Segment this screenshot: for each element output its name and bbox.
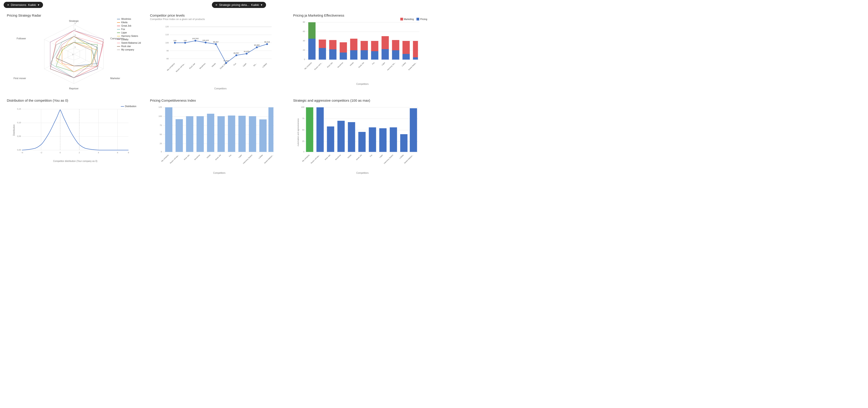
- svg-rect-199: [410, 108, 417, 152]
- legend-distribution: Distribution: [121, 105, 136, 108]
- svg-rect-157: [176, 119, 183, 152]
- legend-label-lippe: Lippe: [121, 31, 127, 34]
- legend-kikela: Kikela: [117, 21, 141, 24]
- radar-legend: Woolmiss Kikela Great Job Fox Lippe: [117, 18, 141, 51]
- radar-title: Pricing Strategy Radar: [7, 13, 141, 17]
- svg-text:100: 100: [158, 115, 162, 117]
- svg-text:My company: My company: [304, 62, 312, 70]
- svg-rect-192: [338, 121, 345, 152]
- svg-text:2: 2: [79, 151, 80, 154]
- distribution-panel: Distribution of the competition (You as …: [2, 95, 146, 180]
- legend-pricing-color: [416, 18, 419, 21]
- svg-rect-95: [350, 39, 358, 50]
- competitor-price-title: Competitor price levels: [150, 13, 284, 17]
- legend-label-harmony: Harmony Sisters: [121, 35, 138, 37]
- svg-text:25: 25: [159, 142, 162, 145]
- svg-text:Lullaby: Lullaby: [258, 154, 263, 159]
- legend-label-greatjob: Great Job: [121, 25, 131, 27]
- dimensions-dropdown: Kaikki: [28, 3, 36, 7]
- legend-color-lullaby: [117, 39, 120, 40]
- svg-text:Woolmiss: Woolmiss: [335, 154, 341, 161]
- svg-point-46: [184, 42, 186, 44]
- filter2-icon: ≡: [216, 3, 217, 7]
- svg-point-51: [236, 54, 237, 56]
- chevron-down-icon2: ▾: [261, 3, 262, 7]
- svg-rect-191: [327, 127, 334, 152]
- svg-text:Lippe: Lippe: [381, 62, 385, 66]
- svg-text:Woolmiss: Woolmiss: [194, 154, 200, 161]
- svg-text:Rock star: Rock star: [189, 63, 196, 69]
- svg-text:Woolmiss: Woolmiss: [199, 63, 206, 70]
- competitiveness-svg: 125 100 75 50 25 0: [150, 103, 284, 176]
- svg-text:Sweet Alabam...: Sweet Alabam...: [264, 154, 274, 164]
- svg-text:Fox: Fox: [228, 154, 232, 158]
- legend-marketing: Marketing: [400, 18, 414, 21]
- svg-point-48: [205, 42, 207, 43]
- svg-text:Follower: Follower: [17, 37, 26, 40]
- svg-line-12: [74, 39, 103, 54]
- competitor-price-svg: Index (100 our price level) 120 110 100 …: [150, 22, 284, 91]
- svg-rect-96: [361, 50, 368, 60]
- distribution-title: Distribution of the competition (You as …: [7, 99, 141, 102]
- svg-text:Competitors: Competitors: [356, 172, 369, 174]
- svg-rect-87: [308, 22, 316, 39]
- svg-text:110: 110: [165, 33, 168, 36]
- strategic-aggressive-chart-area: 100 75 50 25 0: [293, 103, 427, 176]
- svg-rect-156: [165, 107, 173, 152]
- legend-label-mycompany: My company: [121, 48, 134, 51]
- legend-lippe: Lippe: [117, 31, 141, 34]
- svg-rect-106: [413, 57, 418, 60]
- strategic-pricing-label: Strategic pricing deta...: [219, 3, 249, 7]
- svg-rect-194: [359, 132, 366, 152]
- svg-text:Sweet Alaba...: Sweet Alaba...: [408, 62, 417, 71]
- svg-text:4: 4: [98, 151, 99, 154]
- pricing-strategy-radar-panel: Pricing Strategy Radar Strategic Campaig…: [2, 10, 146, 95]
- svg-rect-91: [329, 40, 337, 49]
- svg-text:Competitors: Competitors: [214, 87, 227, 90]
- competitor-price-chart-area: Index (100 our price level) 120 110 100 …: [150, 22, 284, 91]
- svg-text:4: 4: [75, 28, 76, 31]
- svg-text:100: 100: [184, 40, 187, 42]
- svg-text:−4: −4: [21, 151, 23, 154]
- pricing-marketing-chart-area: Marketing Pricing 80 60 40 20 0: [293, 18, 427, 87]
- svg-rect-193: [348, 122, 355, 152]
- svg-text:50: 50: [302, 129, 304, 131]
- legend-color-sweet: [117, 43, 120, 43]
- legend-color-lippe: [117, 33, 120, 33]
- legend-color-fox: [117, 29, 120, 30]
- svg-text:Fox: Fox: [233, 63, 237, 66]
- svg-text:Rockn roll ban...: Rockn roll ban...: [310, 154, 320, 164]
- svg-text:0: 0: [161, 150, 162, 153]
- svg-text:Lullaby: Lullaby: [399, 154, 404, 159]
- svg-text:0,10: 0,10: [17, 122, 21, 124]
- legend-distribution-label: Distribution: [125, 105, 136, 108]
- svg-text:Competitors: Competitors: [356, 83, 369, 85]
- svg-text:Lippe: Lippe: [242, 63, 247, 67]
- svg-rect-158: [186, 116, 193, 152]
- svg-text:Fox: Fox: [369, 154, 373, 158]
- legend-sweet: Sweet Alabama Ltd: [117, 42, 141, 44]
- svg-rect-107: [413, 41, 418, 57]
- dimensions-filter-btn[interactable]: ≡ Dimensions Kaikki ▾: [4, 2, 43, 8]
- legend-label-woolmiss: Woolmiss: [121, 18, 131, 20]
- svg-text:My company: My company: [166, 63, 175, 71]
- svg-text:0: 0: [304, 58, 305, 61]
- svg-rect-195: [369, 127, 376, 152]
- svg-rect-163: [239, 116, 246, 152]
- strategic-pricing-filter-btn[interactable]: ≡ Strategic pricing deta... Kaikki ▾: [212, 2, 266, 8]
- pricing-marketing-title: Pricing ja Marketing Effectiveness: [293, 13, 427, 17]
- svg-rect-197: [390, 127, 397, 152]
- legend-harmony: Harmony Sisters: [117, 35, 141, 37]
- filter-icon: ≡: [7, 3, 9, 7]
- svg-rect-100: [382, 49, 389, 60]
- svg-rect-92: [340, 53, 347, 60]
- svg-text:Great Job: Great Job: [215, 154, 221, 161]
- svg-text:20: 20: [303, 49, 305, 51]
- distribution-svg: 0,15 0,10 0,05 0,00: [7, 103, 141, 176]
- svg-text:Rockn roll ba...: Rockn roll ba...: [176, 63, 185, 73]
- svg-rect-105: [403, 41, 410, 54]
- svg-text:0,15: 0,15: [17, 108, 21, 110]
- legend-color-kikela: [117, 22, 120, 23]
- svg-rect-94: [350, 50, 358, 60]
- svg-text:Lippe: Lippe: [379, 154, 383, 158]
